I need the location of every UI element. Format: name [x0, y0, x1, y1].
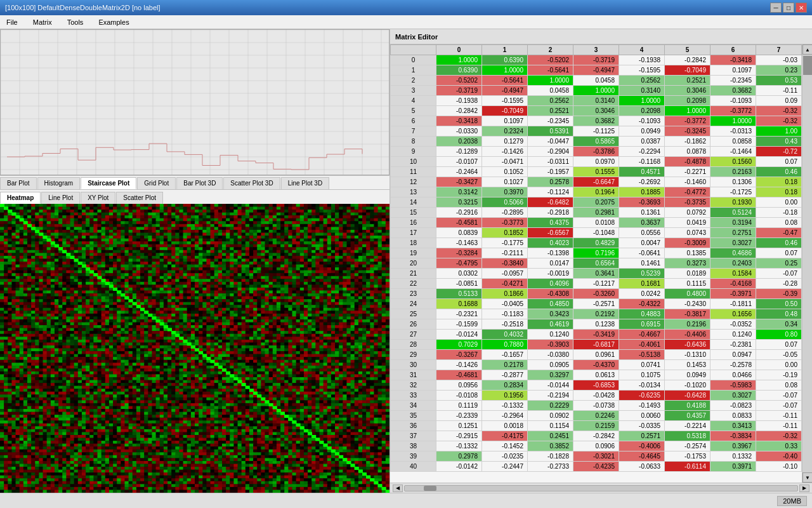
table-cell[interactable]: -0.3267: [436, 350, 482, 360]
table-cell[interactable]: 0.1154: [528, 421, 573, 431]
table-cell[interactable]: 0.6390: [436, 65, 482, 76]
table-cell[interactable]: -0.0019: [528, 269, 573, 279]
table-cell[interactable]: -0.4878: [665, 157, 710, 167]
table-cell[interactable]: 0.6915: [619, 319, 665, 330]
table-cell[interactable]: -0.6853: [573, 380, 619, 391]
table-cell[interactable]: 0.0956: [436, 380, 482, 391]
table-cell[interactable]: -0.6482: [528, 197, 573, 208]
table-cell[interactable]: -0.2842: [436, 106, 482, 116]
table-cell[interactable]: 0.4571: [619, 167, 665, 177]
table-cell[interactable]: -0.3772: [665, 116, 710, 126]
table-cell[interactable]: -0.4772: [665, 187, 710, 197]
table-cell[interactable]: 0.1560: [710, 157, 756, 167]
table-cell[interactable]: -0.4235: [573, 462, 619, 472]
table-cell[interactable]: -0.2345: [710, 76, 756, 86]
table-cell[interactable]: 0.6390: [482, 55, 528, 65]
table-cell[interactable]: 0.5391: [528, 126, 573, 137]
table-cell[interactable]: -0.2464: [436, 167, 482, 177]
table-cell[interactable]: 0.1238: [573, 319, 619, 330]
table-cell[interactable]: -0.2918: [528, 208, 573, 218]
table-cell[interactable]: 0.00: [756, 360, 802, 370]
table-cell[interactable]: 0.48: [756, 309, 802, 319]
table-cell[interactable]: 0.33: [756, 441, 802, 451]
table-cell[interactable]: 0.3027: [710, 238, 756, 248]
horizontal-scrollbar[interactable]: ◀ ▶: [390, 483, 812, 493]
table-cell[interactable]: -0.0633: [619, 462, 665, 472]
table-cell[interactable]: -0.0405: [482, 299, 528, 309]
table-cell[interactable]: -0.6567: [528, 228, 573, 238]
table-cell[interactable]: 0.2192: [573, 309, 619, 319]
table-cell[interactable]: 0.2571: [619, 431, 665, 441]
table-cell[interactable]: -0.2904: [528, 147, 573, 157]
table-cell[interactable]: 0.43: [756, 137, 802, 147]
table-cell[interactable]: 0.18: [756, 187, 802, 197]
table-cell[interactable]: -0.0380: [528, 350, 573, 360]
table-cell[interactable]: 0.00: [756, 197, 802, 208]
horizontal-track[interactable]: [404, 485, 798, 491]
table-cell[interactable]: 0.0949: [619, 126, 665, 137]
table-cell[interactable]: 0.1027: [482, 177, 528, 187]
table-cell[interactable]: -0.1938: [619, 55, 665, 65]
table-cell[interactable]: 0.0387: [619, 137, 665, 147]
table-cell[interactable]: 0.18: [756, 177, 802, 187]
tab-scatter-plot-3d[interactable]: Scatter Plot 3D: [223, 177, 280, 189]
table-cell[interactable]: 0.1555: [573, 167, 619, 177]
table-cell[interactable]: 0.2163: [710, 167, 756, 177]
table-cell[interactable]: -0.0313: [710, 126, 756, 137]
table-cell[interactable]: -0.0641: [619, 248, 665, 258]
table-cell[interactable]: -0.1463: [436, 238, 482, 248]
table-cell[interactable]: -0.2964: [482, 411, 528, 421]
table-cell[interactable]: -0.03: [756, 55, 802, 65]
table-cell[interactable]: -0.2842: [573, 431, 619, 441]
table-cell[interactable]: 0.0147: [528, 258, 573, 269]
table-cell[interactable]: 0.4686: [710, 248, 756, 258]
table-cell[interactable]: 1.0000: [665, 106, 710, 116]
table-cell[interactable]: -0.2574: [665, 441, 710, 451]
table-cell[interactable]: -0.0124: [436, 330, 482, 340]
scroll-thumb[interactable]: [803, 56, 812, 75]
table-cell[interactable]: 0.0189: [665, 269, 710, 279]
table-cell[interactable]: 0.7029: [436, 340, 482, 350]
table-cell[interactable]: -0.2842: [665, 55, 710, 65]
table-cell[interactable]: -0.1452: [482, 441, 528, 451]
table-cell[interactable]: 0.1332: [710, 451, 756, 462]
scroll-track[interactable]: [802, 55, 812, 472]
table-cell[interactable]: 0.1656: [710, 309, 756, 319]
table-cell[interactable]: 0.4375: [528, 218, 573, 228]
table-cell[interactable]: 1.0000: [619, 96, 665, 106]
table-cell[interactable]: 0.0743: [665, 228, 710, 238]
table-cell[interactable]: 0.2521: [528, 106, 573, 116]
table-cell[interactable]: -0.3773: [482, 218, 528, 228]
table-cell[interactable]: 0.3413: [710, 421, 756, 431]
table-cell[interactable]: 0.0833: [710, 411, 756, 421]
table-cell[interactable]: -0.1020: [665, 380, 710, 391]
table-cell[interactable]: -0.47: [756, 228, 802, 238]
table-cell[interactable]: -0.1493: [619, 401, 665, 411]
table-cell[interactable]: -0.32: [756, 106, 802, 116]
table-cell[interactable]: -0.2733: [528, 462, 573, 472]
table-cell[interactable]: 1.0000: [436, 55, 482, 65]
table-cell[interactable]: 0.2451: [528, 431, 573, 441]
table-cell[interactable]: 0.4023: [528, 238, 573, 248]
table-cell[interactable]: 0.0458: [528, 86, 573, 96]
table-cell[interactable]: -0.6235: [619, 391, 665, 401]
table-cell[interactable]: -0.07: [756, 401, 802, 411]
table-cell[interactable]: -0.11: [756, 421, 802, 431]
table-cell[interactable]: 0.4032: [482, 330, 528, 340]
table-cell[interactable]: 1.00: [756, 126, 802, 137]
table-cell[interactable]: 0.4357: [665, 411, 710, 421]
table-cell[interactable]: 0.0060: [619, 411, 665, 421]
table-cell[interactable]: -0.3786: [573, 147, 619, 157]
table-cell[interactable]: 0.1964: [573, 187, 619, 197]
table-cell[interactable]: 0.0906: [573, 441, 619, 451]
table-cell[interactable]: 0.2751: [710, 228, 756, 238]
table-cell[interactable]: -0.2578: [710, 360, 756, 370]
table-cell[interactable]: 0.3852: [528, 441, 573, 451]
table-cell[interactable]: -0.1124: [528, 187, 573, 197]
table-cell[interactable]: -0.3719: [573, 55, 619, 65]
table-cell[interactable]: -0.2294: [619, 147, 665, 157]
table-cell[interactable]: -0.0447: [528, 137, 573, 147]
table-cell[interactable]: -0.0311: [528, 157, 573, 167]
table-cell[interactable]: 0.0878: [665, 147, 710, 157]
table-cell[interactable]: 0.3637: [619, 218, 665, 228]
